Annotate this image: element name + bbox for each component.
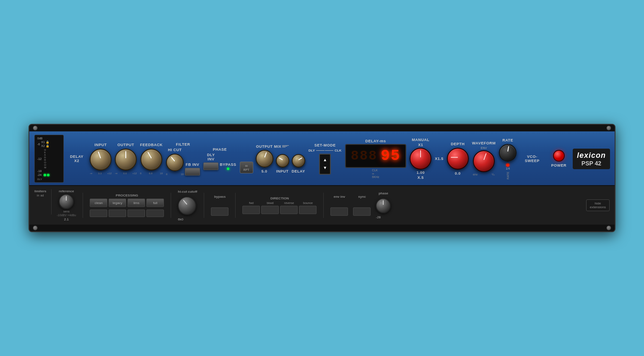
- reference-labels: sens: [63, 210, 70, 213]
- rate-knob[interactable]: [499, 144, 517, 162]
- output-label: OUTPUT: [117, 143, 134, 147]
- led-green-1: [44, 174, 46, 176]
- logo-box: lexicon PSP 42: [573, 149, 610, 169]
- filter-label: FILTER: [176, 142, 190, 147]
- dir-bounce-label: bounce: [299, 202, 317, 204]
- proc-btn-2[interactable]: [109, 209, 126, 217]
- sync-label: sync: [353, 195, 371, 199]
- direction-buttons: [242, 206, 317, 214]
- output-mix-knob[interactable]: [256, 150, 273, 168]
- limiters-row: limiters in ad reference: [34, 189, 76, 221]
- rpt-button[interactable]: ∞ RPT: [240, 162, 253, 173]
- hi-cut-ext-knob[interactable]: [178, 196, 196, 215]
- digits-dim: 888: [349, 147, 379, 165]
- bottom-panel: limiters in ad reference: [29, 186, 615, 225]
- output-range: -∞ 0.0 +12: [115, 172, 137, 175]
- dly-mode-label: DLY: [309, 149, 315, 152]
- screw-row-bottom: [29, 225, 615, 231]
- dir-bounce-button[interactable]: [299, 206, 317, 214]
- rate-val: 1/4: [506, 167, 510, 170]
- processing-clean-button[interactable]: clean: [90, 199, 107, 207]
- delay-small-knob[interactable]: [292, 154, 305, 168]
- phase-label: PHASE: [213, 147, 227, 152]
- input-small-knob[interactable]: [276, 154, 289, 168]
- processing-legacy-button[interactable]: legacy: [109, 199, 126, 207]
- proc-btn-4[interactable]: [146, 209, 164, 217]
- manual-val: 1.00: [417, 170, 425, 175]
- env-inv-button[interactable]: [330, 207, 348, 216]
- screw-tl: [33, 126, 38, 131]
- phase-val: -28: [376, 215, 391, 219]
- reference-controls: sens -10dBV +4dBu 2.1: [57, 194, 76, 221]
- reference-label: reference: [59, 189, 74, 193]
- sync-button[interactable]: [353, 207, 371, 216]
- divider-5: [235, 193, 236, 218]
- depth-knob[interactable]: [447, 148, 469, 170]
- arrow-down: ▼: [323, 166, 327, 170]
- delay-small-label: DELAY: [292, 169, 305, 173]
- limiters-ad: ad: [41, 194, 44, 197]
- hi-cut-ext-section: hi-cut cutoff 6k0: [178, 190, 197, 221]
- proc-btn-1[interactable]: [90, 209, 107, 217]
- logo-section: lexicon PSP 42: [573, 149, 610, 169]
- brand-name: lexicon: [577, 151, 606, 160]
- waveform-knob[interactable]: [473, 150, 495, 172]
- rate-label: RATE: [502, 138, 513, 142]
- power-button[interactable]: [553, 150, 565, 162]
- env-inv-section: env inv: [330, 195, 348, 216]
- vco-label: VCO-SWEEP: [520, 154, 544, 163]
- fb-inv-button[interactable]: [185, 168, 200, 175]
- clk-mode-label: CLK: [335, 149, 341, 152]
- set-mode-label: SET-MODE: [314, 143, 336, 147]
- reference-knob[interactable]: [59, 194, 74, 209]
- hi-cut-marker: [183, 199, 188, 204]
- phase-knob[interactable]: [376, 198, 391, 213]
- input-small-knob-section: INPUT: [276, 154, 289, 173]
- ad-label: ad: [41, 194, 44, 197]
- in-label: in: [37, 194, 39, 197]
- dly-inv-button[interactable]: [203, 162, 218, 170]
- ref-knob-val: 2.1: [64, 217, 69, 221]
- ref-val1: -10dBV: [57, 214, 66, 217]
- hi-cut-knob[interactable]: [166, 154, 184, 171]
- set-mode-toggle[interactable]: ▲ ▼: [319, 154, 331, 175]
- bypass-ext-section: bypass: [211, 195, 229, 216]
- input-knob[interactable]: [90, 149, 112, 170]
- screw-tr: [606, 126, 611, 131]
- x15-section: X1.5: [435, 157, 444, 161]
- dly-inv-label: DLY INV: [203, 153, 218, 161]
- screw-row-top: [29, 125, 615, 131]
- set-mode-controls: DLY CLK: [309, 149, 342, 152]
- rate-led: [506, 163, 509, 167]
- meter-row-12db: -12 HEADROOM: [37, 149, 46, 169]
- delay-x2-section: DELAY X2: [67, 154, 86, 163]
- clk-label-group: CLK ∞ 6KHz: [372, 169, 379, 178]
- sync-section: sync: [353, 195, 371, 216]
- manual-knob[interactable]: [410, 148, 431, 170]
- dir-bkwd-button[interactable]: [261, 206, 279, 214]
- manual-label: MANUAL: [412, 138, 429, 142]
- manual-section: MANUAL X1 1.00 X.5: [410, 138, 431, 180]
- proc-btn-3[interactable]: [127, 209, 145, 217]
- hide-extensions-button[interactable]: hide extensions: [586, 199, 610, 211]
- hi-cut-ext-label: hi-cut cutoff: [178, 190, 197, 194]
- output-mix-val: 5.0: [262, 169, 267, 173]
- hi-cut-val: 6k0: [178, 217, 197, 221]
- rpt-section: ∞ RPT: [240, 162, 253, 173]
- feedback-knob[interactable]: [140, 149, 162, 170]
- processing-full-button[interactable]: full: [146, 199, 164, 207]
- input-range: -∞ 3.3 +12: [90, 172, 112, 175]
- depth-val: 0.0: [455, 171, 461, 175]
- processing-buttons: clean legacy lims full: [90, 199, 164, 207]
- processing-lims-button[interactable]: lims: [127, 199, 145, 207]
- direction-section: DIRECTION fwd bkwd reverse bounce: [242, 196, 317, 214]
- output-knob[interactable]: [115, 149, 137, 170]
- dir-fwd-button[interactable]: [242, 206, 260, 214]
- bypass-ext-button[interactable]: [211, 207, 229, 216]
- dir-reverse-button[interactable]: [280, 206, 298, 214]
- processing-section: PROCESSING clean legacy lims full: [90, 194, 164, 217]
- input-label: INPUT: [94, 143, 107, 147]
- plugin-unit: 0dB -6 X1 🔒 X2 🔒 -12 HEADROOM -18 -24: [29, 124, 615, 232]
- input-small-label: INPUT: [276, 169, 289, 173]
- env-label: ENV: [473, 147, 495, 149]
